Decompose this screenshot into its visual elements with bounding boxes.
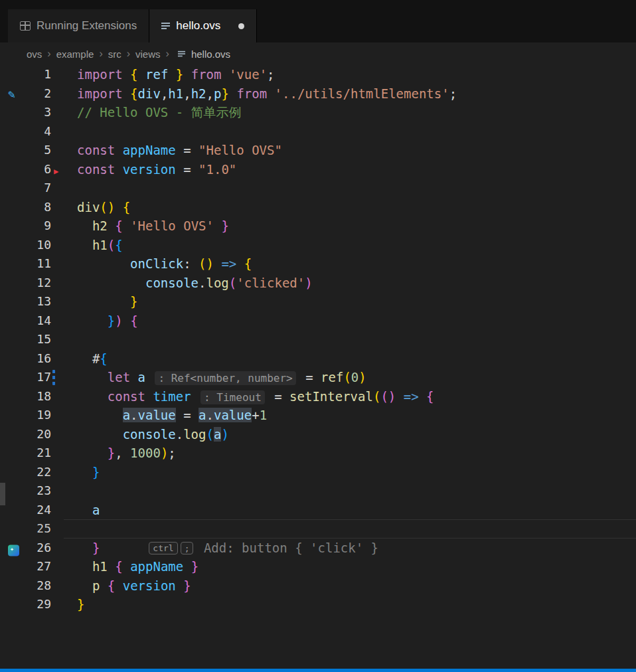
code-text[interactable] <box>77 122 636 141</box>
gutter[interactable]: 21 <box>0 444 77 463</box>
code-line-13[interactable]: 13 } <box>0 292 636 311</box>
gutter[interactable]: 9 <box>0 216 77 236</box>
code-text[interactable]: h1({ <box>77 236 636 255</box>
code-text[interactable]: const timer : Timeout = setInterval(() =… <box>77 387 636 406</box>
code-line-14[interactable]: 14 }) { <box>0 311 636 331</box>
breadcrumb-file[interactable]: hello.ovs <box>191 48 230 60</box>
code-text[interactable]: const appName = "Hello OVS" <box>77 141 636 160</box>
modified-dot-icon[interactable] <box>238 23 244 29</box>
gutter[interactable]: 12 <box>0 274 77 293</box>
code-line-19[interactable]: 19 a.value = a.value+1 <box>0 406 636 425</box>
gutter[interactable]: 29 <box>0 595 77 614</box>
code-line-22[interactable]: 22 } <box>0 463 636 482</box>
code-line-27[interactable]: 27 h1 { appName } <box>0 557 636 576</box>
line-number[interactable]: 6 <box>0 160 51 179</box>
line-number[interactable]: 20 <box>0 425 51 444</box>
code-line-16[interactable]: 16 #{ <box>0 349 636 369</box>
gutter[interactable]: 17 <box>0 368 77 387</box>
code-text[interactable]: h1 { appName } <box>77 557 636 576</box>
left-rail-thumb[interactable] <box>0 483 5 505</box>
line-number[interactable]: 26 <box>0 539 51 558</box>
line-number[interactable]: 19 <box>0 406 51 425</box>
line-number[interactable]: 28 <box>0 576 51 596</box>
code-text[interactable] <box>77 519 636 539</box>
gutter[interactable]: 19 <box>0 406 77 425</box>
code-line-25[interactable]: 25 <box>0 519 636 539</box>
code-text[interactable]: console.log(a) <box>77 425 636 444</box>
line-number[interactable]: 25 <box>0 519 51 539</box>
line-number[interactable]: 23 <box>0 481 51 501</box>
tab-hello-ovs[interactable]: hello.ovs <box>149 9 257 42</box>
code-line-12[interactable]: 12 console.log('clicked') <box>0 274 636 293</box>
gutter[interactable]: 6 <box>0 160 77 179</box>
line-number[interactable]: 11 <box>0 254 51 274</box>
gutter[interactable]: 8 <box>0 198 77 217</box>
gutter[interactable]: 27 <box>0 557 77 576</box>
gutter[interactable]: 2 <box>0 84 77 104</box>
breadcrumb-item-views[interactable]: views <box>135 48 161 60</box>
code-text[interactable]: h2 { 'Hello OVS' } <box>77 216 636 236</box>
code-text[interactable]: } <box>77 595 636 614</box>
code-text[interactable]: p { version } <box>77 576 636 596</box>
code-text[interactable]: import {div,h1,h2,p} from '../utils/html… <box>77 84 636 104</box>
code-line-26[interactable]: 26 }ctrl; Add: button { 'click' } <box>0 539 636 558</box>
code-line-23[interactable]: 23 <box>0 481 636 501</box>
gutter[interactable]: 14 <box>0 311 77 331</box>
code-text[interactable] <box>77 330 636 349</box>
line-number[interactable]: 9 <box>0 216 51 236</box>
line-number[interactable]: 2 <box>0 84 51 104</box>
code-text[interactable]: onClick: () => { <box>77 254 636 274</box>
line-number[interactable]: 4 <box>0 122 51 141</box>
code-line-11[interactable]: 11 onClick: () => { <box>0 254 636 274</box>
gutter[interactable]: 1 <box>0 65 77 84</box>
line-number[interactable]: 21 <box>0 444 51 463</box>
code-line-2[interactable]: 2import {div,h1,h2,p} from '../utils/htm… <box>0 84 636 104</box>
gutter[interactable]: 26 <box>0 539 77 558</box>
breadcrumb-item-example[interactable]: example <box>56 48 94 60</box>
line-number[interactable]: 8 <box>0 198 51 217</box>
code-line-28[interactable]: 28 p { version } <box>0 576 636 596</box>
line-number[interactable]: 17 <box>0 368 51 387</box>
breadcrumb-item-ovs[interactable]: ovs <box>27 48 42 60</box>
line-number[interactable]: 29 <box>0 595 51 614</box>
gutter[interactable]: 25 <box>0 519 77 539</box>
gutter[interactable]: 13 <box>0 292 77 311</box>
gutter[interactable]: 28 <box>0 576 77 596</box>
code-line-3[interactable]: 3// Hello OVS - 简单示例 <box>0 103 636 122</box>
code-text[interactable]: a <box>77 501 636 520</box>
breadcrumb-item-src[interactable]: src <box>108 48 121 60</box>
line-number[interactable]: 15 <box>0 330 51 349</box>
code-text[interactable]: }) { <box>77 311 636 331</box>
line-number[interactable]: 1 <box>0 65 51 84</box>
code-line-5[interactable]: 5const appName = "Hello OVS" <box>0 141 636 160</box>
gutter[interactable]: 15 <box>0 330 77 349</box>
line-number[interactable]: 27 <box>0 557 51 576</box>
code-line-1[interactable]: 1import { ref } from 'vue'; <box>0 65 636 84</box>
code-text[interactable] <box>77 481 636 501</box>
tab-running-extensions[interactable]: Running Extensions <box>8 9 149 42</box>
code-line-6[interactable]: 6const version = "1.0" <box>0 160 636 179</box>
code-line-10[interactable]: 10 h1({ <box>0 236 636 255</box>
code-text[interactable]: a.value = a.value+1 <box>77 406 636 425</box>
line-number[interactable]: 3 <box>0 103 51 122</box>
code-line-9[interactable]: 9 h2 { 'Hello OVS' } <box>0 216 636 236</box>
code-line-15[interactable]: 15 <box>0 330 636 349</box>
code-text[interactable]: }, 1000); <box>77 444 636 463</box>
gutter[interactable]: 20 <box>0 425 77 444</box>
line-number[interactable]: 18 <box>0 387 51 406</box>
gutter[interactable]: 22 <box>0 463 77 482</box>
inline-suggestion[interactable]: ctrl; Add: button { 'click' } <box>149 541 378 555</box>
line-number[interactable]: 14 <box>0 311 51 331</box>
code-text[interactable]: // Hello OVS - 简单示例 <box>77 103 636 122</box>
code-text[interactable]: } <box>77 292 636 311</box>
code-text[interactable]: const version = "1.0" <box>77 160 636 179</box>
code-text[interactable] <box>77 179 636 198</box>
code-text[interactable]: #{ <box>77 349 636 369</box>
code-line-21[interactable]: 21 }, 1000); <box>0 444 636 463</box>
code-text[interactable]: import { ref } from 'vue'; <box>77 65 636 84</box>
code-editor[interactable]: 1import { ref } from 'vue';2import {div,… <box>0 65 636 614</box>
gutter[interactable]: 7 <box>0 179 77 198</box>
code-text[interactable]: let a : Ref<number, number> = ref(0) <box>77 368 636 387</box>
code-text[interactable]: console.log('clicked') <box>77 274 636 293</box>
code-line-20[interactable]: 20 console.log(a) <box>0 425 636 444</box>
